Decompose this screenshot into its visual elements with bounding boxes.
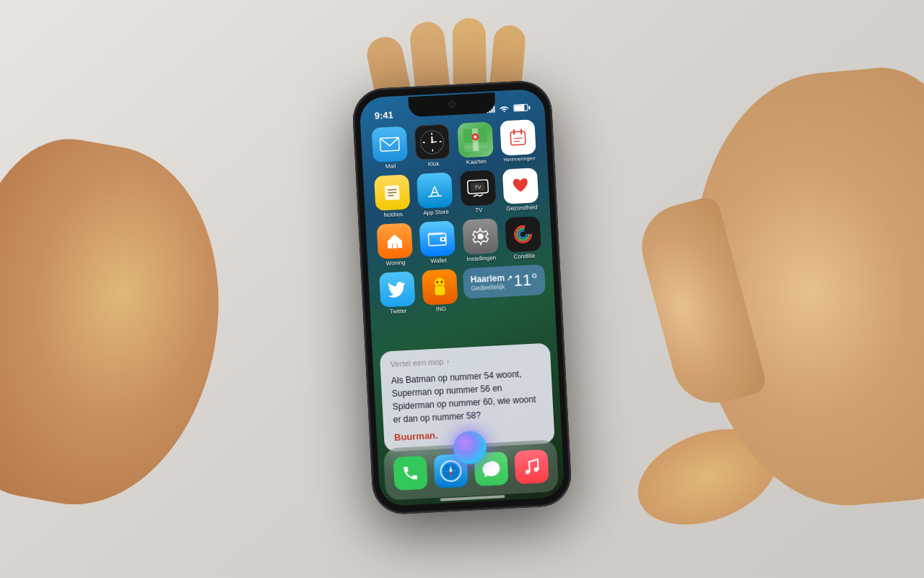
- app-mail-label: Mail: [385, 163, 396, 170]
- svg-line-26: [429, 196, 442, 197]
- app-home[interactable]: Woning: [375, 223, 416, 267]
- svg-line-54: [538, 460, 539, 470]
- appstore-icon: A: [424, 180, 445, 201]
- app-fitness[interactable]: Conditie: [503, 216, 544, 261]
- svg-line-19: [514, 138, 523, 139]
- svg-rect-30: [393, 243, 397, 248]
- weather-direction: ↗: [507, 274, 513, 282]
- app-twitter[interactable]: Twitter: [377, 271, 418, 316]
- siri-question: Als Batman op nummer 54 woont, Superman …: [391, 366, 543, 426]
- weather-widget[interactable]: Haarlem ↗ Gedeeltelijk 11°: [463, 264, 546, 299]
- app-wallet[interactable]: Wallet: [417, 220, 458, 265]
- phone-screen: 9:41: [359, 88, 565, 506]
- safari-icon: [440, 460, 463, 483]
- svg-line-55: [529, 460, 538, 462]
- app-reminders-label: Herinneringen: [503, 155, 535, 163]
- app-notes[interactable]: Notities: [372, 174, 413, 219]
- front-camera: [448, 100, 456, 108]
- wifi-icon: [499, 104, 510, 113]
- maps-icon: [463, 128, 488, 152]
- app-appstore[interactable]: A App Store: [414, 172, 456, 217]
- health-icon: [510, 176, 531, 197]
- app-tv-label: TV: [475, 207, 483, 214]
- app-twitter-label: Twitter: [390, 308, 407, 315]
- ing-lion-icon: [428, 275, 453, 300]
- phone-body: 9:41: [352, 79, 572, 516]
- mail-icon: [379, 137, 400, 152]
- app-mail[interactable]: Mail: [370, 126, 411, 171]
- app-clock-label: Klok: [428, 160, 440, 168]
- siri-chevron: ›: [446, 357, 449, 366]
- settings-icon: [470, 226, 491, 247]
- svg-line-53: [529, 462, 530, 472]
- status-time: 9:41: [374, 109, 393, 121]
- app-grid-row2: Notities A App Store: [363, 161, 550, 219]
- app-maps[interactable]: Kaarten: [455, 121, 496, 166]
- app-grid-row4: Twitter: [368, 258, 555, 316]
- app-ing[interactable]: ING: [419, 269, 461, 314]
- music-icon: [523, 457, 541, 476]
- svg-rect-41: [435, 286, 445, 296]
- battery-icon: [513, 104, 530, 112]
- siri-suggestion-label: Vertel een mop: [390, 357, 444, 368]
- reminders-icon: [507, 127, 528, 148]
- twitter-bird-icon: [386, 280, 407, 298]
- messages-icon: [481, 460, 501, 478]
- clock-icon: [419, 129, 446, 156]
- svg-line-23: [388, 192, 396, 193]
- app-appstore-label: App Store: [423, 209, 449, 217]
- svg-point-35: [477, 233, 483, 239]
- home-icon: [384, 230, 405, 251]
- app-fitness-label: Conditie: [513, 252, 535, 260]
- phone-icon: [401, 464, 419, 482]
- app-reminders[interactable]: Herinneringen: [498, 119, 539, 164]
- app-wallet-label: Wallet: [430, 257, 446, 264]
- dock-phone[interactable]: [393, 456, 427, 491]
- app-grid-row3: Woning Wallet: [365, 210, 552, 267]
- app-notes-label: Notities: [383, 211, 403, 218]
- app-clock[interactable]: Klok: [412, 124, 453, 168]
- dock-music[interactable]: [514, 449, 549, 484]
- notes-icon: [381, 182, 402, 203]
- tv-icon: TV: [466, 178, 489, 199]
- app-ing-label: ING: [436, 306, 447, 313]
- svg-text:TV: TV: [474, 184, 481, 189]
- svg-line-22: [388, 189, 396, 190]
- app-maps-label: Kaarten: [466, 158, 487, 165]
- app-tv[interactable]: TV TV: [458, 170, 499, 215]
- app-settings[interactable]: Instellingen: [460, 218, 501, 263]
- app-health[interactable]: Gezondheid: [500, 168, 541, 212]
- siri-header: Vertel een mop ›: [390, 352, 540, 368]
- weather-temp: 11°: [513, 270, 539, 290]
- wallet-icon: [427, 230, 448, 247]
- fitness-icon: [511, 222, 536, 246]
- svg-rect-32: [428, 232, 443, 236]
- weather-condition: Gedeeltelijk: [471, 282, 513, 292]
- app-home-label: Woning: [385, 259, 405, 267]
